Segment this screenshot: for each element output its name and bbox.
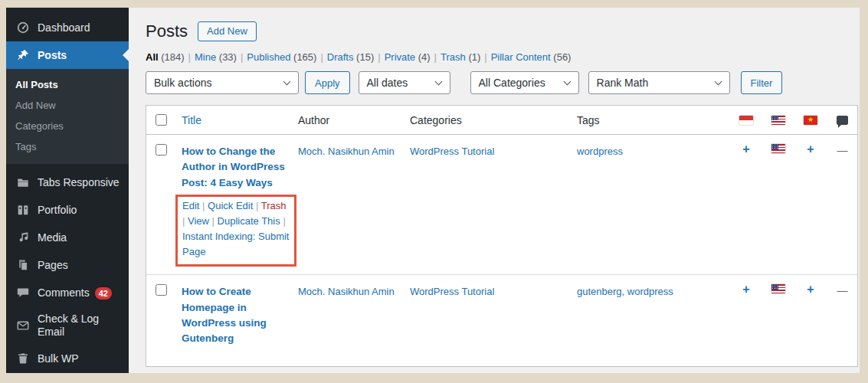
chevron-down-icon	[714, 77, 722, 85]
us-flag-icon	[771, 116, 785, 125]
author-link[interactable]: Moch. Nasikhun Amin	[298, 146, 395, 157]
category-link[interactable]: WordPress Tutorial	[410, 286, 494, 297]
column-header-categories: Categories	[410, 114, 462, 126]
sidebar-item-label: Check & Log Email	[38, 313, 121, 339]
filter-button[interactable]: Filter	[741, 71, 783, 94]
post-status-filters: All (184)|Mine (33)|Published (165)|Draf…	[146, 51, 858, 63]
sidebar-item-label: Dashboard	[38, 21, 121, 34]
select-all-checkbox[interactable]	[156, 114, 167, 126]
pages-icon	[15, 257, 31, 273]
sidebar-item-media[interactable]: Media	[6, 224, 129, 251]
folder-icon	[15, 175, 31, 190]
action-trash[interactable]: Trash	[261, 200, 287, 211]
submenu-item-categories[interactable]: Categories	[6, 116, 129, 136]
indonesian-flag-icon	[739, 116, 753, 125]
filter-mine[interactable]: Mine (33)	[195, 51, 237, 63]
submenu-item-all-posts[interactable]: All Posts	[6, 74, 129, 95]
row-checkbox[interactable]	[156, 144, 167, 155]
row-actions: Edit | Quick Edit | Trash | View | Dupli…	[182, 198, 291, 260]
active-menu-arrow	[116, 49, 129, 61]
posts-table: Title Author Categories Tags ★ How to Ch…	[146, 105, 858, 367]
filter-pillar-content[interactable]: Pillar Content (56)	[491, 51, 572, 63]
action-duplicate-this[interactable]: Duplicate This	[218, 215, 280, 227]
chevron-down-icon	[283, 77, 291, 85]
us-flag-icon[interactable]	[771, 144, 785, 153]
comment-count: —	[837, 284, 848, 346]
column-header-title[interactable]: Title	[182, 114, 201, 126]
portfolio-icon	[15, 202, 31, 218]
add-new-button[interactable]: Add New	[198, 21, 257, 41]
envelope-icon	[15, 318, 31, 333]
action-edit[interactable]: Edit	[182, 200, 199, 211]
page-header: Posts Add New	[146, 20, 858, 43]
dashboard-icon	[15, 20, 31, 35]
categories-filter-select[interactable]: All Categories	[470, 71, 579, 94]
comment-count: —	[837, 144, 848, 267]
sidebar-item-label: Bulk WP	[38, 352, 121, 365]
tag-links[interactable]: wordpress	[577, 146, 623, 157]
action-view[interactable]: View	[188, 215, 209, 227]
sidebar-item-label: Comments42	[38, 286, 121, 300]
filter-drafts[interactable]: Drafts (15)	[327, 51, 374, 63]
admin-sidebar: Dashboard Posts All Posts Add New Catego…	[6, 8, 129, 373]
column-header-author: Author	[298, 114, 329, 126]
sidebar-item-label: Posts	[38, 49, 121, 62]
sidebar-item-posts[interactable]: Posts	[6, 41, 129, 69]
sidebar-item-tabs-responsive[interactable]: Tabs Responsive	[6, 169, 129, 196]
comments-count-badge: 42	[95, 287, 112, 300]
row-actions-highlight: Edit | Quick Edit | Trash | View | Dupli…	[175, 195, 296, 267]
sidebar-item-pages[interactable]: Pages	[6, 251, 129, 279]
page-title: Posts	[146, 21, 188, 41]
add-translation-id-button[interactable]: +	[742, 284, 749, 346]
rank-math-filter-select[interactable]: Rank Math	[588, 71, 730, 94]
filter-all[interactable]: All (184)	[146, 51, 185, 63]
bulk-actions-select[interactable]: Bulk actions	[146, 71, 299, 94]
action-quick-edit[interactable]: Quick Edit	[208, 200, 253, 211]
author-link[interactable]: Moch. Nasikhun Amin	[298, 286, 395, 297]
filter-private[interactable]: Private (4)	[385, 51, 431, 63]
sidebar-item-label: Tabs Responsive	[38, 176, 121, 189]
vietnamese-flag-icon: ★	[804, 116, 817, 125]
table-row: How to Create Homepage in WordPress usin…	[146, 274, 857, 354]
chevron-down-icon	[434, 77, 442, 85]
filter-trash[interactable]: Trash (1)	[441, 51, 480, 63]
action-instant-indexing-submit[interactable]: Instant Indexing: Submit Page	[182, 231, 289, 257]
comment-icon	[15, 285, 31, 300]
list-toolbar: Bulk actions Apply All dates All Categor…	[146, 71, 858, 94]
main-content: Posts Add New All (184)|Mine (33)|Publis…	[129, 8, 860, 373]
add-translation-vn-button[interactable]: +	[807, 144, 814, 267]
trash-icon	[15, 351, 31, 366]
add-translation-vn-button[interactable]: +	[807, 284, 814, 346]
add-translation-id-button[interactable]: +	[742, 144, 749, 267]
sidebar-item-label: Pages	[38, 259, 121, 272]
tag-links[interactable]: gutenberg, wordpress	[577, 286, 673, 297]
sidebar-item-label: Media	[38, 231, 121, 244]
submenu-item-add-new[interactable]: Add New	[6, 95, 129, 116]
us-flag-icon[interactable]	[771, 284, 785, 293]
post-title-link[interactable]: How to Change the Author in WordPress Po…	[182, 144, 286, 191]
comment-bubble-icon	[837, 116, 848, 125]
apply-button[interactable]: Apply	[305, 71, 350, 94]
column-header-tags: Tags	[577, 114, 600, 126]
submenu-item-tags[interactable]: Tags	[6, 136, 129, 157]
category-link[interactable]: WordPress Tutorial	[410, 146, 494, 157]
sidebar-item-label: Portfolio	[38, 204, 121, 217]
post-title-link[interactable]: How to Create Homepage in WordPress usin…	[182, 284, 286, 346]
sidebar-item-bulk-wp[interactable]: Bulk WP	[6, 345, 129, 372]
table-row: How to Change the Author in WordPress Po…	[146, 135, 857, 274]
dates-filter-select[interactable]: All dates	[359, 71, 450, 94]
filter-published[interactable]: Published (165)	[247, 51, 316, 63]
sidebar-item-comments[interactable]: Comments42	[6, 279, 129, 306]
sidebar-item-dashboard[interactable]: Dashboard	[6, 14, 129, 41]
posts-submenu: All Posts Add New Categories Tags	[6, 69, 129, 164]
wordpress-admin-screen: Dashboard Posts All Posts Add New Catego…	[6, 8, 860, 373]
pushpin-icon	[15, 47, 31, 63]
sidebar-item-portfolio[interactable]: Portfolio	[6, 196, 129, 224]
sidebar-item-check-log-email[interactable]: Check & Log Email	[6, 306, 129, 345]
media-icon	[15, 230, 31, 245]
table-header-row: Title Author Categories Tags ★	[146, 106, 857, 135]
chevron-down-icon	[563, 77, 571, 85]
row-checkbox[interactable]	[156, 284, 167, 296]
